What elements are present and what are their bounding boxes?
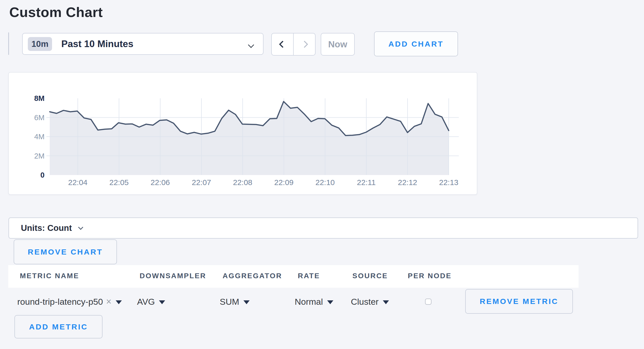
aggregator-select[interactable]: SUM (220, 296, 250, 307)
chevron-down-icon (248, 42, 254, 48)
caret-down-icon (243, 300, 250, 304)
y-tick-label: 4M (19, 133, 45, 141)
y-tick-label: 6M (19, 114, 45, 122)
x-tick-label: 22:13 (431, 178, 467, 187)
chevron-down-icon (78, 225, 83, 230)
y-tick-label: 0 (19, 171, 45, 179)
y-tick-label: 8M (19, 94, 45, 102)
x-tick-label: 22:05 (101, 178, 137, 187)
time-nav-group (271, 33, 316, 56)
units-label: Units: Count (21, 223, 72, 233)
caret-down-icon (383, 300, 389, 304)
series-area-fill (50, 101, 449, 175)
caret-down-icon (116, 300, 122, 304)
column-header-source: SOURCE (352, 272, 388, 280)
aggregator-value: SUM (220, 297, 239, 307)
time-forward-button[interactable] (294, 33, 315, 55)
add-chart-button[interactable]: ADD CHART (374, 31, 458, 56)
metric-name-select[interactable]: round-trip-latency-p50 × (17, 296, 122, 307)
toolbar-left-divider (8, 32, 9, 55)
add-metric-button[interactable]: ADD METRIC (14, 315, 103, 338)
remove-metric-button[interactable]: REMOVE METRIC (465, 289, 573, 314)
custom-chart-page: Custom Chart 10m Past 10 Minutes Now ADD… (0, 0, 644, 349)
source-value: Cluster (351, 297, 379, 307)
x-tick-label: 22:06 (142, 178, 178, 187)
downsampler-select[interactable]: AVG (137, 296, 165, 307)
metric-name-value: round-trip-latency-p50 (17, 297, 103, 307)
time-back-button[interactable] (272, 33, 293, 55)
column-header-per-node: PER NODE (408, 272, 452, 280)
x-tick-label: 22:04 (60, 178, 96, 187)
column-header-aggregator: AGGREGATOR (223, 272, 282, 280)
column-header-rate: RATE (298, 272, 320, 280)
column-header-downsampler: DOWNSAMPLER (140, 272, 206, 280)
column-header-metric-name: METRIC NAME (20, 272, 79, 280)
time-range-label: Past 10 Minutes (61, 39, 133, 49)
page-title: Custom Chart (9, 4, 103, 20)
x-tick-label: 22:09 (266, 178, 302, 187)
chevron-right-icon (301, 41, 308, 48)
rate-value: Normal (295, 297, 323, 307)
chevron-left-icon (279, 41, 286, 48)
remove-chart-button[interactable]: REMOVE CHART (14, 239, 117, 264)
now-button[interactable]: Now (321, 33, 355, 56)
caret-down-icon (327, 300, 333, 304)
source-select[interactable]: Cluster (351, 296, 389, 307)
time-range-dropdown[interactable]: 10m Past 10 Minutes (22, 33, 264, 55)
downsampler-value: AVG (137, 297, 155, 307)
per-node-checkbox[interactable] (425, 299, 431, 305)
rate-select[interactable]: Normal (295, 296, 333, 307)
clear-metric-icon[interactable]: × (106, 296, 112, 307)
y-tick-label: 2M (19, 152, 45, 160)
x-tick-label: 22:10 (307, 178, 343, 187)
x-tick-label: 22:11 (348, 178, 384, 187)
units-dropdown[interactable]: Units: Count (9, 217, 638, 239)
caret-down-icon (159, 300, 165, 304)
x-tick-label: 22:12 (389, 178, 426, 187)
timeseries-area-chart[interactable] (46, 98, 459, 175)
x-tick-label: 22:08 (225, 178, 261, 187)
metric-table-header: METRIC NAMEDOWNSAMPLERAGGREGATORRATESOUR… (8, 265, 579, 288)
x-tick-label: 22:07 (183, 178, 219, 187)
time-range-badge: 10m (28, 37, 52, 51)
